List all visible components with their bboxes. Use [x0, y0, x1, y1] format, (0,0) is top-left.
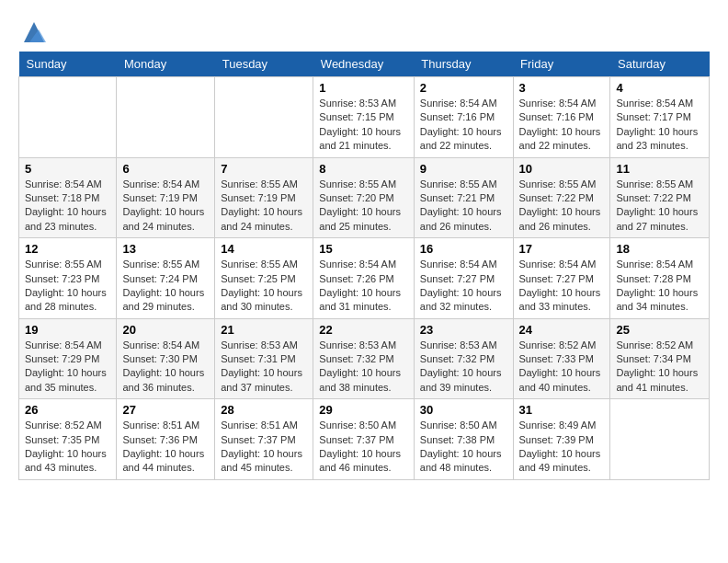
- cell-info: Sunrise: 8:55 AM Sunset: 7:25 PM Dayligh…: [221, 258, 307, 315]
- cell-info: Sunrise: 8:54 AM Sunset: 7:29 PM Dayligh…: [25, 339, 110, 396]
- sunset-text: Sunset: 7:39 PM: [519, 434, 594, 445]
- day-number: 7: [221, 162, 307, 176]
- cell-info: Sunrise: 8:55 AM Sunset: 7:20 PM Dayligh…: [319, 178, 407, 235]
- cell-info: Sunrise: 8:55 AM Sunset: 7:22 PM Dayligh…: [519, 178, 605, 235]
- sunrise-text: Sunrise: 8:54 AM: [25, 178, 102, 190]
- daylight-text: Daylight: 10 hours and 25 minutes.: [319, 206, 401, 231]
- day-number: 18: [616, 242, 703, 256]
- day-number: 25: [616, 323, 703, 337]
- sunset-text: Sunset: 7:26 PM: [319, 273, 393, 284]
- daylight-text: Daylight: 10 hours and 22 minutes.: [519, 126, 601, 151]
- daylight-text: Daylight: 10 hours and 23 minutes.: [25, 206, 107, 231]
- calendar-cell: 14 Sunrise: 8:55 AM Sunset: 7:25 PM Dayl…: [215, 238, 313, 319]
- day-number: 21: [221, 323, 307, 337]
- daylight-text: Daylight: 10 hours and 43 minutes.: [25, 448, 107, 473]
- calendar-cell: 7 Sunrise: 8:55 AM Sunset: 7:19 PM Dayli…: [215, 157, 313, 238]
- calendar-cell: 25 Sunrise: 8:52 AM Sunset: 7:34 PM Dayl…: [610, 318, 710, 399]
- day-number: 24: [519, 323, 605, 337]
- day-number: 20: [122, 323, 209, 337]
- calendar-cell: 11 Sunrise: 8:55 AM Sunset: 7:22 PM Dayl…: [610, 157, 710, 238]
- sunrise-text: Sunrise: 8:55 AM: [519, 178, 597, 190]
- day-number: 29: [319, 403, 407, 417]
- day-number: 11: [616, 162, 703, 176]
- weekday-header-sunday: Sunday: [19, 52, 117, 77]
- day-number: 17: [519, 242, 605, 256]
- calendar-cell: [19, 77, 117, 158]
- sunrise-text: Sunrise: 8:51 AM: [122, 419, 199, 431]
- daylight-text: Daylight: 10 hours and 49 minutes.: [519, 448, 601, 473]
- sunset-text: Sunset: 7:37 PM: [319, 434, 393, 445]
- sunset-text: Sunset: 7:21 PM: [420, 192, 495, 203]
- calendar-cell: 3 Sunrise: 8:54 AM Sunset: 7:16 PM Dayli…: [513, 77, 610, 158]
- cell-info: Sunrise: 8:52 AM Sunset: 7:35 PM Dayligh…: [25, 419, 110, 476]
- cell-info: Sunrise: 8:50 AM Sunset: 7:37 PM Dayligh…: [319, 419, 407, 476]
- calendar-cell: 29 Sunrise: 8:50 AM Sunset: 7:37 PM Dayl…: [313, 399, 414, 480]
- sunrise-text: Sunrise: 8:54 AM: [319, 259, 396, 270]
- calendar-cell: 13 Sunrise: 8:55 AM Sunset: 7:24 PM Dayl…: [117, 238, 215, 319]
- cell-info: Sunrise: 8:55 AM Sunset: 7:22 PM Dayligh…: [616, 178, 703, 235]
- day-number: 1: [319, 81, 407, 95]
- weekday-header-saturday: Saturday: [610, 52, 710, 77]
- sunrise-text: Sunrise: 8:54 AM: [616, 259, 693, 270]
- day-number: 26: [25, 403, 110, 417]
- cell-info: Sunrise: 8:54 AM Sunset: 7:19 PM Dayligh…: [122, 178, 209, 235]
- cell-info: Sunrise: 8:55 AM Sunset: 7:19 PM Dayligh…: [221, 178, 307, 235]
- cell-info: Sunrise: 8:54 AM Sunset: 7:27 PM Dayligh…: [519, 258, 605, 315]
- daylight-text: Daylight: 10 hours and 33 minutes.: [519, 287, 601, 312]
- calendar-cell: 27 Sunrise: 8:51 AM Sunset: 7:36 PM Dayl…: [117, 399, 215, 480]
- sunset-text: Sunset: 7:18 PM: [25, 192, 99, 203]
- calendar-cell: 8 Sunrise: 8:55 AM Sunset: 7:20 PM Dayli…: [313, 157, 414, 238]
- calendar-cell: 5 Sunrise: 8:54 AM Sunset: 7:18 PM Dayli…: [19, 157, 117, 238]
- calendar-cell: 17 Sunrise: 8:54 AM Sunset: 7:27 PM Dayl…: [513, 238, 610, 319]
- sunrise-text: Sunrise: 8:54 AM: [420, 259, 497, 270]
- sunset-text: Sunset: 7:27 PM: [420, 273, 495, 284]
- cell-info: Sunrise: 8:52 AM Sunset: 7:33 PM Dayligh…: [519, 339, 605, 396]
- sunrise-text: Sunrise: 8:53 AM: [221, 339, 298, 350]
- cell-info: Sunrise: 8:49 AM Sunset: 7:39 PM Dayligh…: [519, 419, 605, 476]
- sunset-text: Sunset: 7:31 PM: [221, 353, 295, 364]
- weekday-header-thursday: Thursday: [414, 52, 513, 77]
- day-number: 28: [221, 403, 307, 417]
- sunrise-text: Sunrise: 8:53 AM: [420, 339, 497, 350]
- week-row-5: 26 Sunrise: 8:52 AM Sunset: 7:35 PM Dayl…: [19, 399, 710, 480]
- sunrise-text: Sunrise: 8:55 AM: [319, 178, 396, 190]
- daylight-text: Daylight: 10 hours and 38 minutes.: [319, 367, 401, 392]
- day-number: 8: [319, 162, 407, 176]
- weekday-header-tuesday: Tuesday: [215, 52, 313, 77]
- cell-info: Sunrise: 8:54 AM Sunset: 7:16 PM Dayligh…: [420, 97, 507, 154]
- sunrise-text: Sunrise: 8:54 AM: [616, 98, 693, 109]
- daylight-text: Daylight: 10 hours and 23 minutes.: [616, 126, 698, 151]
- daylight-text: Daylight: 10 hours and 24 minutes.: [221, 206, 302, 231]
- calendar-cell: 1 Sunrise: 8:53 AM Sunset: 7:15 PM Dayli…: [313, 77, 414, 158]
- day-number: 12: [25, 242, 110, 256]
- daylight-text: Daylight: 10 hours and 37 minutes.: [221, 367, 302, 392]
- calendar-cell: 15 Sunrise: 8:54 AM Sunset: 7:26 PM Dayl…: [313, 238, 414, 319]
- daylight-text: Daylight: 10 hours and 26 minutes.: [420, 206, 502, 231]
- day-number: 23: [420, 323, 507, 337]
- sunset-text: Sunset: 7:32 PM: [420, 353, 495, 364]
- sunset-text: Sunset: 7:34 PM: [616, 353, 690, 364]
- calendar-cell: [215, 77, 313, 158]
- cell-info: Sunrise: 8:53 AM Sunset: 7:32 PM Dayligh…: [319, 339, 407, 396]
- logo: [18, 18, 48, 42]
- sunset-text: Sunset: 7:38 PM: [420, 434, 495, 445]
- day-number: 19: [25, 323, 110, 337]
- day-number: 9: [420, 162, 507, 176]
- cell-info: Sunrise: 8:51 AM Sunset: 7:36 PM Dayligh…: [122, 419, 209, 476]
- sunrise-text: Sunrise: 8:55 AM: [25, 259, 102, 270]
- sunrise-text: Sunrise: 8:52 AM: [616, 339, 693, 350]
- daylight-text: Daylight: 10 hours and 40 minutes.: [519, 367, 601, 392]
- weekday-header-wednesday: Wednesday: [313, 52, 414, 77]
- sunrise-text: Sunrise: 8:52 AM: [25, 419, 102, 431]
- day-number: 10: [519, 162, 605, 176]
- day-number: 31: [519, 403, 605, 417]
- sunrise-text: Sunrise: 8:50 AM: [420, 419, 497, 431]
- day-number: 4: [616, 81, 703, 95]
- calendar-cell: [117, 77, 215, 158]
- cell-info: Sunrise: 8:55 AM Sunset: 7:24 PM Dayligh…: [122, 258, 209, 315]
- sunset-text: Sunset: 7:19 PM: [221, 192, 295, 203]
- sunset-text: Sunset: 7:19 PM: [122, 192, 197, 203]
- sunrise-text: Sunrise: 8:54 AM: [519, 259, 597, 270]
- day-number: 2: [420, 81, 507, 95]
- cell-info: Sunrise: 8:51 AM Sunset: 7:37 PM Dayligh…: [221, 419, 307, 476]
